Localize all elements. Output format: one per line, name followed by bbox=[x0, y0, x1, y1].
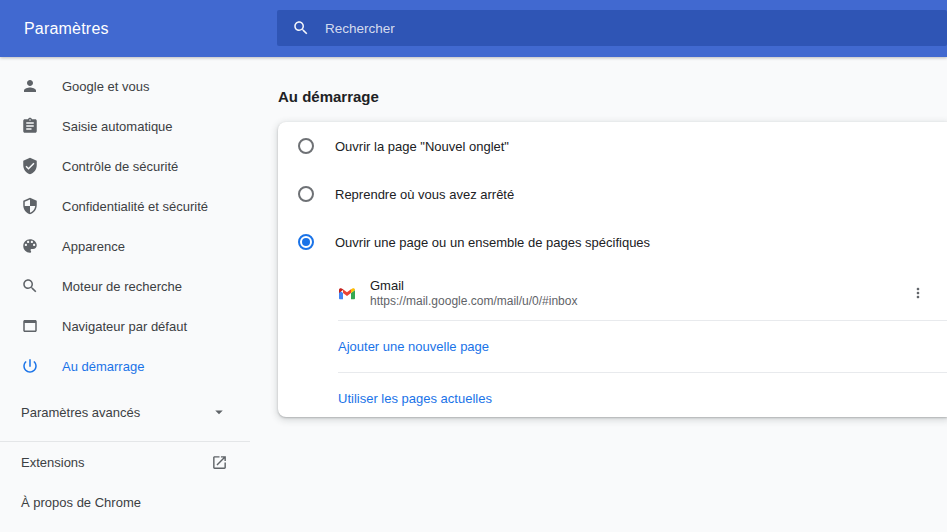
add-new-page-button[interactable]: Ajouter une nouvelle page bbox=[278, 321, 947, 372]
external-link-icon bbox=[211, 454, 228, 471]
person-icon bbox=[21, 77, 39, 95]
browser-window-icon bbox=[21, 317, 39, 335]
page-title: Paramètres bbox=[24, 0, 109, 57]
gmail-icon bbox=[339, 285, 355, 301]
palette-icon bbox=[21, 237, 39, 255]
sidebar-advanced-toggle[interactable]: Paramètres avancés bbox=[0, 392, 250, 432]
radio-label: Ouvrir la page "Nouvel onglet" bbox=[335, 139, 509, 154]
sidebar-item-label: Apparence bbox=[62, 239, 125, 254]
sidebar-item-default-browser[interactable]: Navigateur par défaut bbox=[0, 306, 250, 346]
radio-open-new-tab-page[interactable]: Ouvrir la page "Nouvel onglet" bbox=[278, 122, 947, 170]
section-title: Au démarrage bbox=[278, 88, 379, 105]
radio-label: Reprendre où vous avez arrêté bbox=[335, 187, 514, 202]
use-current-pages-button[interactable]: Utiliser les pages actuelles bbox=[278, 373, 947, 424]
radio-button[interactable] bbox=[298, 138, 314, 154]
sidebar-item-label: Au démarrage bbox=[62, 359, 144, 374]
search-placeholder: Rechercher bbox=[325, 21, 395, 36]
page-entry-url: https://mail.google.com/mail/u/0/#inbox bbox=[370, 294, 577, 309]
more-vert-icon[interactable] bbox=[906, 281, 930, 305]
sidebar-item-autofill[interactable]: Saisie automatique bbox=[0, 106, 250, 146]
radio-button-checked[interactable] bbox=[298, 234, 314, 250]
page-entry-title: Gmail bbox=[370, 278, 577, 294]
sidebar-item-extensions[interactable]: Extensions bbox=[0, 442, 250, 482]
search-input[interactable]: Rechercher bbox=[277, 10, 947, 46]
sidebar-item-label: Saisie automatique bbox=[62, 119, 173, 134]
clipboard-icon bbox=[21, 117, 39, 135]
chevron-down-icon bbox=[210, 403, 228, 421]
security-shield-icon bbox=[21, 197, 39, 215]
sidebar-item-search-engine[interactable]: Moteur de recherche bbox=[0, 266, 250, 306]
power-icon bbox=[21, 357, 39, 375]
startup-page-row-gmail: Gmail https://mail.google.com/mail/u/0/#… bbox=[278, 266, 947, 320]
sidebar-item-label: Confidentialité et sécurité bbox=[62, 199, 208, 214]
extensions-label: Extensions bbox=[21, 455, 85, 470]
startup-card: Ouvrir la page "Nouvel onglet" Reprendre… bbox=[278, 122, 947, 417]
radio-label: Ouvrir une page ou un ensemble de pages … bbox=[335, 235, 650, 250]
sidebar-item-about[interactable]: À propos de Chrome bbox=[0, 482, 250, 522]
top-toolbar: Paramètres Rechercher bbox=[0, 0, 947, 57]
advanced-label: Paramètres avancés bbox=[21, 405, 140, 420]
sidebar-item-label: Moteur de recherche bbox=[62, 279, 182, 294]
sidebar-item-startup[interactable]: Au démarrage bbox=[0, 346, 250, 386]
sidebar-item-google[interactable]: Google et vous bbox=[0, 66, 250, 106]
settings-sidebar: Google et vous Saisie automatique Contrô… bbox=[0, 57, 250, 522]
sidebar-item-label: Contrôle de sécurité bbox=[62, 159, 178, 174]
search-icon bbox=[21, 277, 39, 295]
sidebar-item-appearance[interactable]: Apparence bbox=[0, 226, 250, 266]
sidebar-item-safety-check[interactable]: Contrôle de sécurité bbox=[0, 146, 250, 186]
about-label: À propos de Chrome bbox=[21, 495, 141, 510]
use-current-pages-label: Utiliser les pages actuelles bbox=[338, 391, 492, 406]
sidebar-item-label: Google et vous bbox=[62, 79, 149, 94]
radio-button[interactable] bbox=[298, 186, 314, 202]
search-icon bbox=[292, 19, 310, 37]
add-new-page-label: Ajouter une nouvelle page bbox=[338, 339, 489, 354]
radio-continue-where-left-off[interactable]: Reprendre où vous avez arrêté bbox=[278, 170, 947, 218]
radio-open-specific-pages[interactable]: Ouvrir une page ou un ensemble de pages … bbox=[278, 218, 947, 266]
sidebar-item-privacy[interactable]: Confidentialité et sécurité bbox=[0, 186, 250, 226]
sidebar-item-label: Navigateur par défaut bbox=[62, 319, 187, 334]
shield-check-icon bbox=[21, 157, 39, 175]
